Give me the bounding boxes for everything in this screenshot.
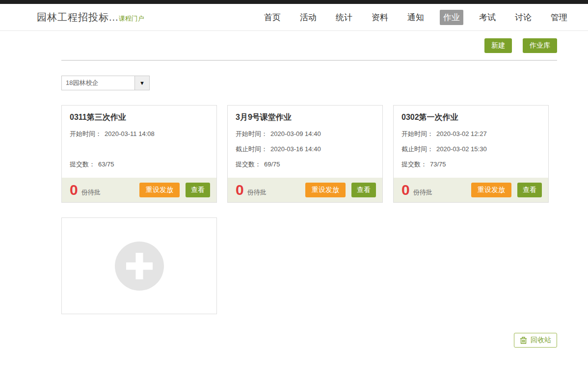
submission-row: 提交数： 63/75 <box>70 157 209 172</box>
trash-icon <box>520 336 527 344</box>
new-assignment-button[interactable]: 新建 <box>484 38 512 53</box>
deadline-label: 截止时间： <box>236 145 267 154</box>
deadline-row: 截止时间： 2020-03-02 15:30 <box>401 141 540 157</box>
filter-row: 18园林校企 ▼ <box>61 76 557 90</box>
submission-row: 提交数： 73/75 <box>401 157 540 172</box>
assignment-cards-row: 0311第三次作业 开始时间： 2020-03-11 14:08 提交数： 63… <box>61 105 557 203</box>
class-dropdown[interactable]: 18园林校企 ▼ <box>61 76 150 90</box>
plus-icon[interactable] <box>115 242 164 291</box>
assignment-title: 3月9号课堂作业 <box>236 112 374 123</box>
card-body: 3月9号课堂作业 开始时间： 2020-03-09 14:40 截止时间： 20… <box>228 106 382 178</box>
class-dropdown-value: 18园林校企 <box>61 76 135 90</box>
assignment-library-button[interactable]: 作业库 <box>523 38 557 53</box>
card-body: 0302第一次作业 开始时间： 2020-03-02 12:27 截止时间： 2… <box>394 106 548 178</box>
submission-row: 提交数： 69/75 <box>236 157 374 172</box>
view-button[interactable]: 查看 <box>186 183 210 197</box>
start-time-value: 2020-03-11 14:08 <box>105 130 155 137</box>
assignment-card: 0302第一次作业 开始时间： 2020-03-02 12:27 截止时间： 2… <box>393 105 549 203</box>
pending-count: 0 <box>236 183 244 197</box>
nav-item-activity[interactable]: 活动 <box>296 10 320 25</box>
submission-value: 69/75 <box>264 161 280 168</box>
reset-distribute-button[interactable]: 重设发放 <box>139 183 180 197</box>
view-button[interactable]: 查看 <box>351 183 376 197</box>
pending-count: 0 <box>401 183 410 197</box>
start-time-row: 开始时间： 2020-03-09 14:40 <box>236 126 374 141</box>
card-body: 0311第三次作业 开始时间： 2020-03-11 14:08 提交数： 63… <box>62 106 216 178</box>
view-button[interactable]: 查看 <box>517 183 542 197</box>
submission-label: 提交数： <box>401 160 427 169</box>
divider <box>61 60 557 61</box>
pending-label: 份待批 <box>247 188 267 197</box>
deadline-value: 2020-03-16 14:40 <box>270 145 321 153</box>
assignment-card: 0311第三次作业 开始时间： 2020-03-11 14:08 提交数： 63… <box>61 105 217 203</box>
pending-label: 份待批 <box>413 188 432 197</box>
deadline-row: 截止时间： 2020-03-16 14:40 <box>236 141 374 157</box>
start-time-row: 开始时间： 2020-03-11 14:08 <box>70 126 209 141</box>
portal-link[interactable]: 课程门户 <box>119 14 144 23</box>
pending-count: 0 <box>70 183 78 197</box>
card-footer: 0 份待批 重设发放 查看 <box>62 178 216 202</box>
nav-item-manage[interactable]: 管理 <box>547 10 571 25</box>
start-time-row: 开始时间： 2020-03-02 12:27 <box>401 126 540 141</box>
card-footer: 0 份待批 重设发放 查看 <box>228 178 382 202</box>
submission-label: 提交数： <box>236 160 261 169</box>
reset-distribute-button[interactable]: 重设发放 <box>305 183 346 197</box>
nav-item-homework[interactable]: 作业 <box>440 10 463 25</box>
assignment-title: 0302第一次作业 <box>401 112 540 123</box>
assignment-title: 0311第三次作业 <box>70 112 209 123</box>
assignment-card: 3月9号课堂作业 开始时间： 2020-03-09 14:40 截止时间： 20… <box>227 105 383 203</box>
nav-item-discussion[interactable]: 讨论 <box>511 10 535 25</box>
top-bar <box>0 0 588 4</box>
nav-item-exam[interactable]: 考试 <box>476 10 499 25</box>
main-content: 新建 作业库 18园林校企 ▼ 0311第三次作业 开始时间： 2020-03-… <box>0 38 588 348</box>
course-title: 园林工程招投标... <box>37 11 119 24</box>
nav-item-statistics[interactable]: 统计 <box>332 10 356 25</box>
recycle-bin-label: 回收站 <box>531 336 551 345</box>
start-time-label: 开始时间： <box>236 130 267 138</box>
deadline-label: 截止时间： <box>401 145 433 154</box>
recycle-row: 回收站 <box>61 333 557 348</box>
start-time-value: 2020-03-09 14:40 <box>270 130 321 137</box>
submission-label: 提交数： <box>70 160 95 169</box>
main-nav: 首页 活动 统计 资料 通知 作业 考试 讨论 管理 <box>261 10 571 25</box>
start-time-value: 2020-03-02 12:27 <box>436 130 487 137</box>
title-wrap: 园林工程招投标... 课程门户 <box>37 11 144 24</box>
chevron-down-icon[interactable]: ▼ <box>135 76 150 90</box>
deadline-row <box>70 141 209 157</box>
add-assignment-card[interactable] <box>61 217 217 314</box>
nav-item-home[interactable]: 首页 <box>261 10 284 25</box>
deadline-value: 2020-03-02 15:30 <box>436 145 487 153</box>
add-card-row <box>61 217 557 314</box>
nav-item-notice[interactable]: 通知 <box>404 10 428 25</box>
pending-label: 份待批 <box>81 188 101 197</box>
card-footer: 0 份待批 重设发放 查看 <box>394 178 548 202</box>
start-time-label: 开始时间： <box>70 130 102 138</box>
reset-distribute-button[interactable]: 重设发放 <box>471 183 511 197</box>
submission-value: 63/75 <box>98 161 114 168</box>
header: 园林工程招投标... 课程门户 首页 活动 统计 资料 通知 作业 考试 讨论 … <box>0 4 588 31</box>
nav-item-materials[interactable]: 资料 <box>368 10 392 25</box>
recycle-bin-button[interactable]: 回收站 <box>514 333 557 348</box>
submission-value: 73/75 <box>430 161 446 168</box>
start-time-label: 开始时间： <box>401 130 433 138</box>
toolbar: 新建 作业库 <box>61 38 557 53</box>
